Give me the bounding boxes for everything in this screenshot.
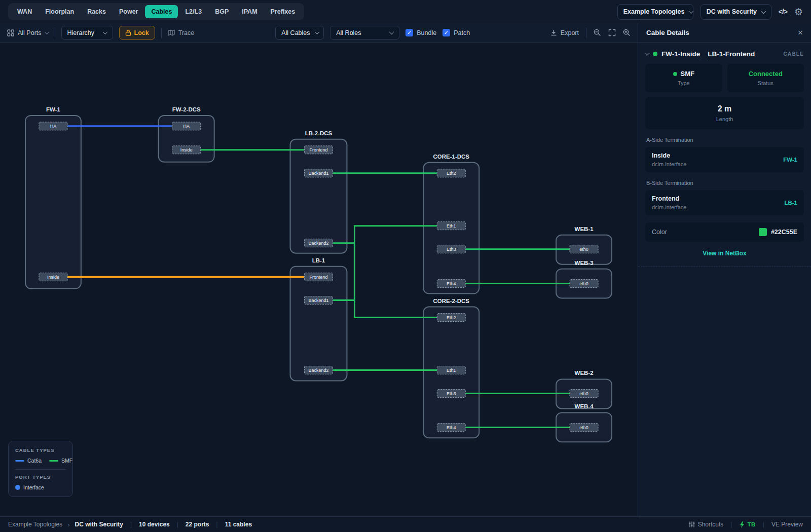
legend-port-types-title: PORT TYPES: [15, 474, 66, 480]
ports-filter-button[interactable]: All Ports: [7, 29, 49, 36]
port-CORE-1-DCS-Eth3[interactable]: Eth3: [437, 245, 465, 253]
nav-tab-floorplan[interactable]: Floorplan: [39, 5, 80, 18]
trace-label: Trace: [178, 29, 195, 36]
statusbar-left: Example Topologies›DC with Security|10 d…: [8, 521, 252, 528]
breadcrumb-item: DC with Security: [75, 521, 123, 528]
legend-label: SMF: [61, 458, 72, 464]
topology-value: DC with Security: [707, 8, 757, 15]
port-FW-2-DCS-Inside[interactable]: Inside: [172, 146, 201, 154]
node-label: CORE-1-DCS: [433, 154, 470, 160]
divider: |: [175, 521, 180, 528]
topology-select[interactable]: DC with Security: [701, 4, 771, 20]
roles-filter-value: All Roles: [336, 29, 361, 36]
port-LB-1-Frontend[interactable]: Frontend: [305, 273, 333, 281]
lock-label: Lock: [134, 29, 149, 36]
code-icon[interactable]: </>: [779, 8, 787, 16]
cable-header-row[interactable]: FW-1-Inside__LB-1-Frontend CABLE: [645, 50, 804, 58]
port-WEB-4-eth0[interactable]: eth0: [570, 423, 598, 431]
b-side-card[interactable]: Frontend dcim.interface LB-1: [645, 190, 804, 215]
divider: [15, 469, 66, 470]
legend-dot-interface: [15, 485, 20, 490]
port-CORE-2-DCS-Eth4[interactable]: Eth4: [437, 423, 465, 431]
zoom-out-button[interactable]: [594, 29, 601, 36]
port-LB-1-Backend1[interactable]: Backend1: [305, 296, 333, 305]
port-WEB-3-eth0[interactable]: eth0: [570, 280, 598, 288]
export-label: Export: [561, 29, 579, 36]
port-CORE-2-DCS-Eth3[interactable]: Eth3: [437, 389, 465, 397]
chevron-down-icon[interactable]: [645, 51, 650, 56]
view-in-netbox-link[interactable]: View in NetBox: [645, 250, 804, 257]
port-FW-2-DCS-HA[interactable]: HA: [172, 122, 201, 130]
port-CORE-1-DCS-Eth4[interactable]: Eth4: [437, 280, 465, 288]
port-LB-2-DCS-Backend1[interactable]: Backend1: [305, 169, 333, 177]
port-CORE-2-DCS-Eth1[interactable]: Eth1: [437, 366, 465, 374]
port-label: Inside: [47, 275, 59, 280]
lightning-icon: [740, 521, 745, 528]
node-WEB-3[interactable]: WEB-3: [556, 260, 612, 298]
chevron-down-icon: [389, 29, 394, 34]
port-label: eth0: [579, 391, 588, 396]
node-FW-1[interactable]: FW-1: [25, 106, 81, 289]
tb-status-button[interactable]: TB: [740, 521, 756, 528]
port-FW-1-HA[interactable]: HA: [39, 122, 67, 130]
nav-tab-racks[interactable]: Racks: [81, 5, 112, 18]
node-label: FW-2-DCS: [172, 106, 201, 112]
chevron-down-icon: [761, 9, 766, 14]
cable-LB-1-Backend1__CORE-1-DCS-Eth1[interactable]: [333, 226, 437, 300]
legend-label: Interface: [23, 484, 44, 490]
port-CORE-2-DCS-Eth2[interactable]: Eth2: [437, 314, 465, 322]
port-label: Backend1: [309, 171, 329, 176]
zoom-in-button[interactable]: [623, 29, 631, 36]
nav-tab-cables[interactable]: Cables: [145, 5, 178, 18]
panel-body: FW-1-Inside__LB-1-Frontend CABLE SMF Typ…: [638, 43, 811, 267]
port-CORE-1-DCS-Eth2[interactable]: Eth2: [437, 169, 465, 177]
toolbar-right: Export: [550, 28, 631, 38]
type-label: Type: [650, 80, 717, 86]
a-side-device-link[interactable]: FW-1: [783, 157, 797, 163]
port-FW-1-Inside[interactable]: Inside: [39, 273, 67, 281]
type-value: SMF: [681, 70, 694, 78]
stat-cables: 11 cables: [225, 521, 252, 528]
lock-button[interactable]: Lock: [119, 26, 155, 40]
status-card: Connected Status: [727, 64, 804, 92]
nav-tab-power[interactable]: Power: [113, 5, 144, 18]
ve-preview-button[interactable]: VE Preview: [771, 521, 803, 528]
bundle-toggle[interactable]: ✓ Bundle: [406, 29, 436, 36]
close-icon[interactable]: ×: [798, 28, 803, 37]
nav-tab-wan[interactable]: WAN: [11, 5, 38, 18]
length-label: Length: [650, 116, 799, 122]
trace-button[interactable]: Trace: [168, 29, 195, 36]
shortcuts-button[interactable]: Shortcuts: [689, 521, 724, 528]
export-button[interactable]: Export: [550, 29, 579, 36]
nav-tab-bgp[interactable]: BGP: [209, 5, 235, 18]
cable-LB-2-DCS-Backend2__CORE-2-DCS-Eth2[interactable]: [333, 243, 437, 318]
topology-canvas[interactable]: FW-1FW-2-DCSLB-2-DCSCORE-1-DCSLB-1CORE-2…: [0, 43, 638, 516]
roles-filter-select[interactable]: All Roles: [330, 26, 399, 40]
fit-view-button[interactable]: [608, 29, 616, 36]
node-label: WEB-4: [575, 403, 594, 409]
patch-toggle[interactable]: ✓ Patch: [443, 29, 470, 36]
port-CORE-1-DCS-Eth1[interactable]: Eth1: [437, 222, 465, 230]
port-WEB-1-eth0[interactable]: eth0: [570, 245, 598, 253]
cables-filter-select[interactable]: All Cables: [275, 26, 324, 40]
port-LB-2-DCS-Frontend[interactable]: Frontend: [305, 146, 333, 154]
bundle-checkbox[interactable]: ✓: [406, 29, 413, 36]
b-side-device-link[interactable]: LB-1: [784, 200, 797, 206]
port-label: Backend1: [309, 298, 329, 303]
nav-tab-ipam[interactable]: IPAM: [236, 5, 263, 18]
cable-details-panel: Cable Details × FW-1-Inside__LB-1-Fronte…: [638, 23, 811, 516]
gear-icon[interactable]: ⚙: [794, 7, 803, 17]
layout-select[interactable]: Hierarchy: [61, 26, 113, 40]
port-LB-1-Backend2[interactable]: Backend2: [305, 366, 333, 374]
port-label: Backend2: [309, 241, 329, 246]
port-LB-2-DCS-Backend2[interactable]: Backend2: [305, 239, 333, 247]
nav-tab-prefixes[interactable]: Prefixes: [265, 5, 302, 18]
topology-group-select[interactable]: Example Topologies: [617, 4, 693, 20]
port-WEB-2-eth0[interactable]: eth0: [570, 389, 598, 397]
patch-checkbox[interactable]: ✓: [443, 29, 450, 36]
a-side-card[interactable]: Inside dcim.interface FW-1: [645, 147, 804, 172]
nav-tabs: WANFloorplanRacksPowerCablesL2/L3BGPIPAM…: [8, 3, 304, 20]
port-label: Eth4: [447, 425, 456, 430]
nav-tab-l2-l3[interactable]: L2/L3: [179, 5, 208, 18]
node-WEB-4[interactable]: WEB-4: [556, 403, 612, 442]
